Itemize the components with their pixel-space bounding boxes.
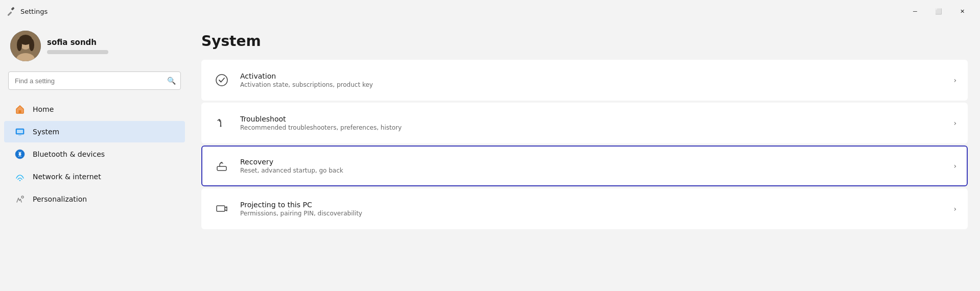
setting-activation[interactable]: Activation Activation state, subscriptio… [201, 60, 968, 101]
svg-rect-1 [11, 7, 14, 10]
projecting-text: Projecting to this PC Permissions, pairi… [240, 201, 953, 217]
activation-icon [213, 71, 231, 89]
svg-rect-0 [7, 11, 12, 16]
sidebar-item-bluetooth[interactable]: Bluetooth & devices [4, 143, 185, 165]
troubleshoot-desc: Recommended troubleshooters, preferences… [240, 124, 953, 131]
app-title: Settings [20, 8, 48, 15]
setting-recovery[interactable]: Recovery Reset, advanced startup, go bac… [201, 146, 968, 186]
sidebar-item-system-label: System [33, 128, 59, 136]
recovery-chevron: › [953, 162, 956, 170]
projecting-chevron: › [953, 205, 956, 213]
title-bar: Settings ─ ⬜ ✕ [0, 0, 980, 22]
recovery-text: Recovery Reset, advanced startup, go bac… [240, 158, 953, 174]
minimize-button[interactable]: ─ [903, 3, 927, 19]
system-icon [14, 126, 26, 137]
user-profile[interactable]: sofia sondh [0, 22, 189, 71]
svg-point-15 [21, 196, 24, 198]
sidebar-item-system[interactable]: System [4, 121, 185, 142]
svg-point-7 [17, 39, 22, 51]
title-bar-left: Settings [6, 6, 48, 16]
svg-point-16 [216, 75, 227, 86]
sidebar-item-home-label: Home [33, 105, 54, 113]
search-icon: 🔍 [167, 77, 176, 85]
user-info: sofia sondh [47, 38, 108, 54]
svg-rect-18 [217, 166, 226, 171]
activation-text: Activation Activation state, subscriptio… [240, 72, 953, 88]
settings-list: Activation Activation state, subscriptio… [201, 60, 968, 229]
home-icon [14, 104, 26, 115]
recovery-icon [213, 157, 231, 175]
search-box: 🔍 [8, 71, 181, 90]
network-icon [14, 171, 26, 182]
close-button[interactable]: ✕ [950, 3, 974, 19]
user-name: sofia sondh [47, 38, 108, 47]
svg-point-17 [220, 126, 222, 127]
troubleshoot-chevron: › [953, 119, 956, 127]
troubleshoot-text: Troubleshoot Recommended troubleshooters… [240, 115, 953, 131]
sidebar: sofia sondh 🔍 Home [0, 22, 189, 291]
page-title: System [201, 33, 968, 50]
activation-desc: Activation state, subscriptions, product… [240, 81, 953, 88]
maximize-button[interactable]: ⬜ [927, 3, 950, 19]
activation-label: Activation [240, 72, 953, 80]
svg-rect-9 [19, 110, 21, 113]
svg-point-8 [29, 39, 34, 51]
setting-troubleshoot[interactable]: Troubleshoot Recommended troubleshooters… [201, 103, 968, 143]
content-area: System Activation Activation state, subs… [189, 22, 980, 291]
bluetooth-icon [14, 149, 26, 160]
personalization-icon [14, 193, 26, 205]
sidebar-item-network-label: Network & internet [33, 173, 101, 181]
svg-rect-11 [17, 130, 23, 133]
troubleshoot-icon [213, 114, 231, 132]
recovery-desc: Reset, advanced startup, go back [240, 167, 953, 174]
recovery-label: Recovery [240, 158, 953, 166]
troubleshoot-label: Troubleshoot [240, 115, 953, 123]
sidebar-item-home[interactable]: Home [4, 99, 185, 120]
sidebar-item-personalization[interactable]: Personalization [4, 188, 185, 210]
projecting-icon [213, 200, 231, 218]
activation-chevron: › [953, 76, 956, 84]
projecting-desc: Permissions, pairing PIN, discoverabilit… [240, 210, 953, 217]
avatar [10, 31, 41, 61]
search-input[interactable] [8, 71, 181, 90]
svg-rect-12 [18, 135, 21, 136]
app-body: sofia sondh 🔍 Home [0, 22, 980, 291]
svg-point-14 [19, 180, 20, 181]
sidebar-item-network[interactable]: Network & internet [4, 166, 185, 187]
user-name-bar [47, 50, 108, 54]
window-controls: ─ ⬜ ✕ [903, 3, 974, 19]
sidebar-item-bluetooth-label: Bluetooth & devices [33, 150, 105, 158]
setting-projecting[interactable]: Projecting to this PC Permissions, pairi… [201, 188, 968, 229]
svg-rect-19 [217, 206, 225, 211]
app-icon [6, 6, 16, 16]
projecting-label: Projecting to this PC [240, 201, 953, 209]
sidebar-item-personalization-label: Personalization [33, 195, 87, 203]
